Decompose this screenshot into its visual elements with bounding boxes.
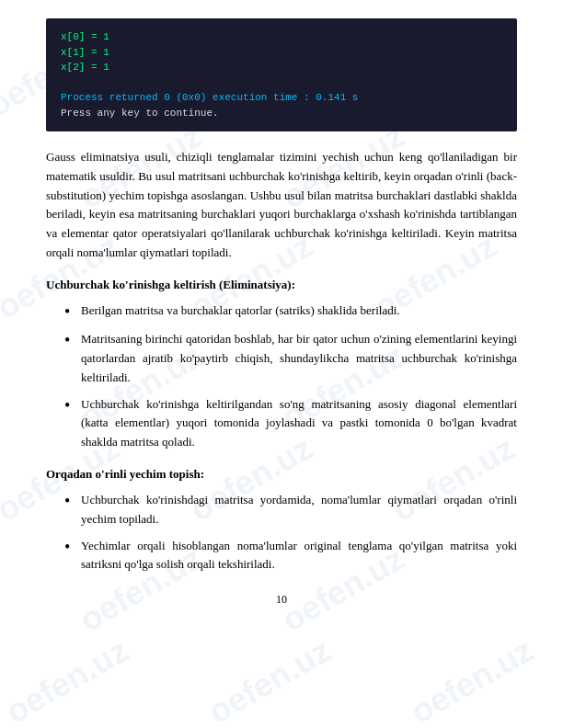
bullet-dot-2: • — [64, 330, 81, 351]
terminal-blank — [61, 75, 502, 91]
section1-bullets: • Berilgan matritsa va burchaklar qatorl… — [64, 301, 517, 452]
bullet-dot-3: • — [64, 395, 81, 416]
section1-heading: Uchburchak ko'rinishga keltirish (Elimin… — [46, 278, 517, 292]
main-paragraph: Gauss eliminatsiya usuli, chiziqli tengl… — [46, 148, 517, 263]
page-number: 10 — [46, 593, 517, 607]
section1-bullet-2: • Matritsaning birinchi qatoridan boshla… — [64, 330, 517, 387]
section2-heading: Orqadan o'rinli yechim topish: — [46, 467, 517, 482]
section2-bullet-2-text: Yechimlar orqali hisoblangan noma'lumlar… — [81, 537, 517, 575]
section2-bullet-1-text: Uchburchak ko'rinishdagi matritsa yordam… — [81, 491, 517, 529]
terminal-block: x[0] = 1 x[1] = 1 x[2] = 1 Process retur… — [46, 18, 517, 131]
section2-bullet-2: • Yechimlar orqali hisoblangan noma'luml… — [64, 537, 517, 575]
bullet-dot-4: • — [64, 491, 81, 512]
terminal-line-3: x[2] = 1 — [61, 60, 502, 75]
terminal-line-1: x[0] = 1 — [61, 29, 502, 45]
section1-bullet-1-text: Berilgan matritsa va burchaklar qatorlar… — [81, 301, 517, 321]
section1-bullet-2-text: Matritsaning birinchi qatoridan boshlab,… — [81, 330, 517, 387]
section1-bullet-3: • Uchburchak ko'rinishga keltirilgandan … — [64, 395, 517, 452]
bullet-dot-5: • — [64, 537, 81, 558]
bullet-dot-1: • — [64, 301, 81, 323]
terminal-press-line: Press any key to continue. — [61, 106, 502, 121]
section2-bullets: • Uchburchak ko'rinishdagi matritsa yord… — [64, 491, 517, 574]
terminal-process-line: Process returned 0 (0x0) execution time … — [61, 90, 502, 106]
section2-bullet-1: • Uchburchak ko'rinishdagi matritsa yord… — [64, 491, 517, 529]
section1-bullet-1: • Berilgan matritsa va burchaklar qatorl… — [64, 301, 517, 323]
page-content: x[0] = 1 x[1] = 1 x[2] = 1 Process retur… — [0, 0, 563, 643]
terminal-line-2: x[1] = 1 — [61, 45, 502, 61]
section1-bullet-3-text: Uchburchak ko'rinishga keltirilgandan so… — [81, 395, 517, 452]
